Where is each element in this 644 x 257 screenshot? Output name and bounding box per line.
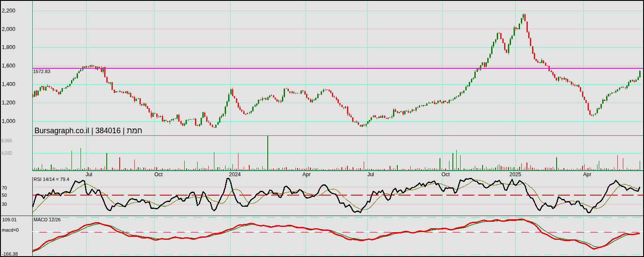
svg-text:Jul: Jul <box>367 171 374 177</box>
svg-text:1,000: 1,000 <box>2 118 15 124</box>
svg-text:109.01: 109.01 <box>2 217 17 222</box>
svg-text:8,065: 8,065 <box>1 138 12 143</box>
svg-text:Oct: Oct <box>154 171 163 177</box>
svg-text:Bursagraph.co.il | 384016 | חמ: Bursagraph.co.il | 384016 | חמת <box>34 126 142 135</box>
svg-text:Jul: Jul <box>86 171 93 177</box>
svg-text:1572.83: 1572.83 <box>33 69 50 74</box>
svg-text:Apr: Apr <box>302 171 310 177</box>
svg-text:2,200: 2,200 <box>2 8 15 14</box>
svg-text:70: 70 <box>2 185 7 190</box>
svg-text:-166.38: -166.38 <box>2 251 18 257</box>
svg-text:1,400: 1,400 <box>2 81 15 87</box>
svg-text:2025: 2025 <box>509 171 521 177</box>
svg-text:2,000: 2,000 <box>2 26 15 32</box>
svg-text:RSI 14/14 = 79.4: RSI 14/14 = 79.4 <box>34 177 69 182</box>
svg-text:50: 50 <box>2 193 7 198</box>
svg-text:4,032: 4,032 <box>1 151 12 156</box>
svg-text:1,200: 1,200 <box>2 100 15 106</box>
svg-text:30: 30 <box>2 202 7 207</box>
svg-text:macd=0: macd=0 <box>2 227 19 233</box>
svg-text:1,800: 1,800 <box>2 44 15 50</box>
svg-text:1,600: 1,600 <box>2 63 15 69</box>
svg-text:2024: 2024 <box>229 171 241 177</box>
svg-text:Oct: Oct <box>441 171 450 177</box>
svg-text:MACD 12/26: MACD 12/26 <box>34 217 61 222</box>
svg-text:Apr: Apr <box>583 171 591 177</box>
